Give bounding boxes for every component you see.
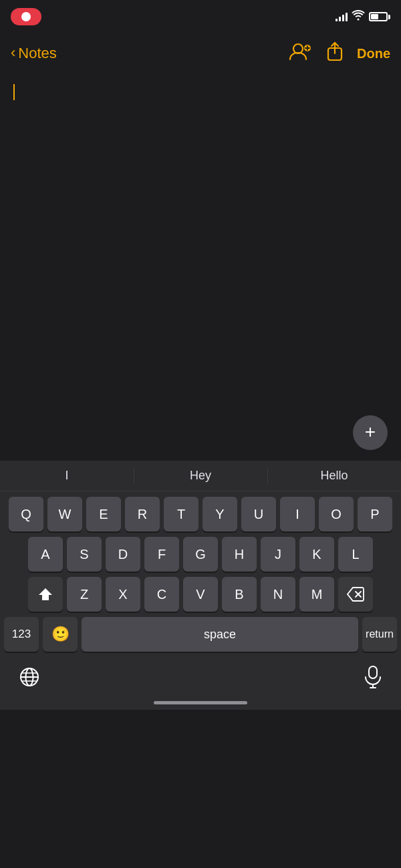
text-cursor [13,84,15,100]
emoji-key[interactable]: 🙂 [43,617,78,652]
key-q[interactable]: Q [9,497,43,531]
done-button[interactable]: Done [357,46,390,61]
key-r[interactable]: R [125,497,160,531]
numbers-key[interactable]: 123 [4,617,39,652]
battery-icon [369,12,390,21]
key-w[interactable]: W [47,497,82,531]
key-h[interactable]: H [222,537,257,572]
bottom-bar [0,660,401,697]
key-d[interactable]: D [106,537,140,572]
record-pill [11,8,41,25]
key-l[interactable]: L [338,537,373,572]
delete-icon [347,587,364,602]
note-editor[interactable] [0,73,401,461]
add-collaborator-button[interactable] [289,41,313,65]
back-label: Notes [18,45,56,62]
fab-plus-icon: + [365,423,376,441]
add-person-icon [289,41,313,61]
predictive-item-2[interactable]: Hey [134,461,267,491]
share-icon [326,41,344,61]
svg-rect-12 [369,666,377,678]
nav-actions: Done [289,41,390,65]
wifi-icon [352,10,365,23]
globe-icon [19,666,40,688]
key-b[interactable]: B [222,577,257,612]
home-indicator-row [0,697,401,710]
microphone-icon [364,666,382,688]
back-button[interactable]: ‹ Notes [11,45,57,62]
signal-bars-icon [336,12,348,21]
key-j[interactable]: J [261,537,295,572]
key-n[interactable]: N [261,577,295,612]
key-row-1: Q W E R T Y U I O P [4,497,397,531]
key-k[interactable]: K [299,537,334,572]
return-key[interactable]: return [362,617,397,652]
globe-key[interactable] [19,666,40,690]
space-key[interactable]: space [82,617,358,652]
note-editor-area[interactable]: + [0,73,401,461]
nav-bar: ‹ Notes Done [0,33,401,73]
key-o[interactable]: O [319,497,354,531]
shift-icon [37,586,53,602]
key-x[interactable]: X [106,577,140,612]
key-row-bottom: 123 🙂 space return [4,617,397,652]
key-a[interactable]: A [28,537,63,572]
keyboard: Q W E R T Y U I O P A S D F G H J K L Z … [0,491,401,660]
key-m[interactable]: M [299,577,334,612]
key-f[interactable]: F [144,537,179,572]
predictive-item-1[interactable]: I [0,461,134,491]
status-bar [0,0,401,33]
key-e[interactable]: E [86,497,121,531]
home-indicator [154,701,247,704]
key-row-2: A S D F G H J K L [4,537,397,572]
key-row-3: Z X C V B N M [4,577,397,612]
key-u[interactable]: U [241,497,276,531]
new-note-fab[interactable]: + [353,415,388,450]
share-button[interactable] [326,41,344,65]
microphone-key[interactable] [364,666,382,691]
predictive-text-bar: I Hey Hello [0,461,401,491]
key-c[interactable]: C [144,577,179,612]
key-p[interactable]: P [358,497,392,531]
key-g[interactable]: G [183,537,218,572]
chevron-left-icon: ‹ [11,44,15,61]
shift-key[interactable] [28,577,63,612]
key-s[interactable]: S [67,537,102,572]
predictive-item-3[interactable]: Hello [267,461,401,491]
key-i[interactable]: I [280,497,315,531]
key-z[interactable]: Z [67,577,102,612]
key-y[interactable]: Y [203,497,237,531]
delete-key[interactable] [338,577,373,612]
record-dot [21,12,31,21]
key-t[interactable]: T [164,497,198,531]
status-icons [336,10,390,23]
key-v[interactable]: V [183,577,218,612]
